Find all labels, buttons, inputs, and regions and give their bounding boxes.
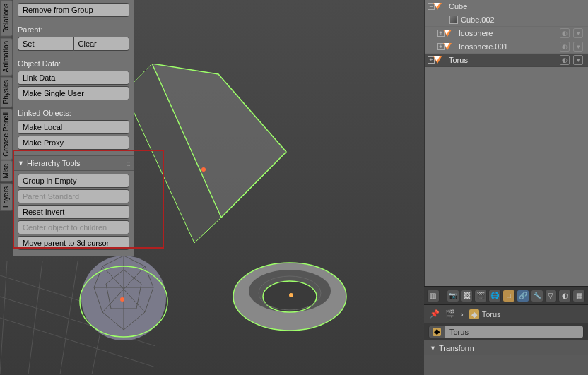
restrict-select-icon[interactable]: ▾: [573, 28, 583, 38]
hierarchy-tools-body: Group in Empty Parent Standard Reset Inv…: [13, 171, 134, 256]
context-modifiers-icon[interactable]: 🔧: [531, 290, 543, 302]
outliner-label: Icosphere: [459, 29, 493, 37]
remove-from-group-button[interactable]: Remove from Group: [18, 3, 129, 17]
context-scene-icon[interactable]: 🎬: [474, 290, 487, 302]
breadcrumb-object-label: Torus: [482, 310, 501, 319]
outliner-label: Torus: [449, 56, 468, 64]
context-texture-icon[interactable]: ▦: [572, 290, 585, 302]
restrict-view-icon[interactable]: ◐: [560, 28, 570, 38]
restrict-view-icon[interactable]: ◐: [560, 42, 570, 52]
icosphere-object[interactable]: [74, 249, 173, 347]
object-icon: ◆: [469, 309, 479, 319]
tab-animation[interactable]: Animation: [0, 37, 13, 76]
restrict-select-icon[interactable]: ▾: [573, 55, 583, 65]
restrict-select-icon[interactable]: ▾: [573, 42, 583, 52]
outliner-row-cube[interactable]: − Cube: [425, 0, 588, 13]
reset-invert-button[interactable]: Reset Invert: [18, 205, 129, 219]
context-render-icon[interactable]: 📷: [447, 290, 459, 302]
tab-misc[interactable]: Misc: [0, 160, 13, 182]
outliner-row-torus[interactable]: + Torus ◐▾: [425, 54, 588, 67]
object-icon: [437, 55, 447, 65]
link-data-button[interactable]: Link Data: [18, 71, 129, 85]
mesh-icon: [449, 15, 459, 25]
parent-standard-button[interactable]: Parent Standard: [18, 189, 129, 203]
tab-layers[interactable]: Layers: [0, 183, 13, 211]
scene-icon: 🎬: [445, 309, 455, 319]
svg-point-20: [120, 297, 124, 302]
linked-objects-label: Linked Objects:: [18, 109, 129, 117]
breadcrumb-sep: ›: [461, 310, 464, 319]
tab-grease-pencil[interactable]: Grease Pencil: [0, 109, 13, 160]
tool-shelf: Remove from Group Parent: Set Clear Obje…: [13, 0, 134, 256]
datablock-menu-icon[interactable]: ◆: [428, 326, 445, 338]
svg-point-27: [289, 293, 293, 297]
chevron-down-icon: ▼: [18, 160, 24, 167]
panel-grip-icon[interactable]: ::::: [127, 159, 129, 167]
make-local-button[interactable]: Make Local: [18, 120, 129, 134]
context-layers-icon[interactable]: 🖼: [461, 290, 474, 302]
parent-clear-button[interactable]: Clear: [74, 37, 130, 51]
hierarchy-tools-title: Hierarchy Tools: [27, 159, 81, 167]
3d-viewport[interactable]: Relations Animation Physics Grease Penci…: [0, 0, 424, 375]
outliner-row-icosphere-001[interactable]: + Icosphere.001 ◐▾: [425, 40, 588, 54]
make-single-user-button[interactable]: Make Single User: [18, 86, 129, 100]
outliner-label: Cube.002: [461, 16, 495, 24]
tool-tab-strip: Relations Animation Physics Grease Penci…: [0, 0, 13, 254]
restrict-view-icon[interactable]: ◐: [560, 55, 570, 65]
chevron-down-icon: ▼: [430, 345, 436, 352]
transform-label: Transform: [439, 344, 474, 352]
properties-breadcrumb: 📌 🎬 › ◆ Torus: [424, 305, 588, 323]
outliner-row-cube-mesh[interactable]: Cube.002: [425, 13, 588, 27]
torus-object[interactable]: [226, 254, 353, 339]
outliner[interactable]: − Cube Cube.002 + Icosphere ◐▾ + Icosphe…: [424, 0, 588, 286]
object-name-input[interactable]: [445, 326, 584, 338]
tab-relations[interactable]: Relations: [0, 0, 13, 37]
object-icon: [447, 28, 457, 38]
context-material-icon[interactable]: ◐: [558, 290, 571, 302]
context-constraints-icon[interactable]: 🔗: [517, 290, 529, 302]
group-in-empty-button[interactable]: Group in Empty: [18, 174, 129, 188]
editor-type-icon[interactable]: ▥: [427, 290, 440, 302]
context-world-icon[interactable]: 🌐: [488, 290, 501, 302]
outliner-row-icosphere[interactable]: + Icosphere ◐▾: [425, 27, 588, 40]
context-data-icon[interactable]: ▽: [545, 290, 558, 302]
object-icon: [447, 42, 457, 52]
outliner-label: Cube: [449, 2, 467, 11]
object-icon: [437, 1, 447, 11]
outliner-label: Icosphere.001: [459, 42, 508, 51]
make-proxy-button[interactable]: Make Proxy: [18, 136, 129, 150]
properties-header: ▥ 📷 🖼 🎬 🌐 □ 🔗 🔧 ▽ ◐ ▦: [424, 286, 588, 305]
breadcrumb-object[interactable]: ◆ Torus: [469, 309, 501, 319]
parent-set-button[interactable]: Set: [18, 37, 74, 51]
parent-label: Parent:: [18, 25, 129, 34]
object-data-label: Object Data:: [18, 59, 129, 68]
object-name-row: ◆: [424, 323, 588, 340]
center-object-to-children-button[interactable]: Center object to children: [18, 220, 129, 234]
pin-icon[interactable]: 📌: [430, 309, 440, 319]
cube-object[interactable]: [124, 64, 293, 268]
move-parent-to-cursor-button[interactable]: Move parent to 3d cursor: [18, 236, 129, 250]
svg-line-4: [28, 261, 42, 374]
tab-physics[interactable]: Physics: [0, 76, 13, 107]
hierarchy-tools-header[interactable]: ▼ Hierarchy Tools ::::: [13, 155, 134, 171]
svg-point-11: [201, 167, 206, 172]
context-object-icon[interactable]: □: [502, 290, 515, 302]
transform-panel-header[interactable]: ▼ Transform: [424, 340, 588, 355]
